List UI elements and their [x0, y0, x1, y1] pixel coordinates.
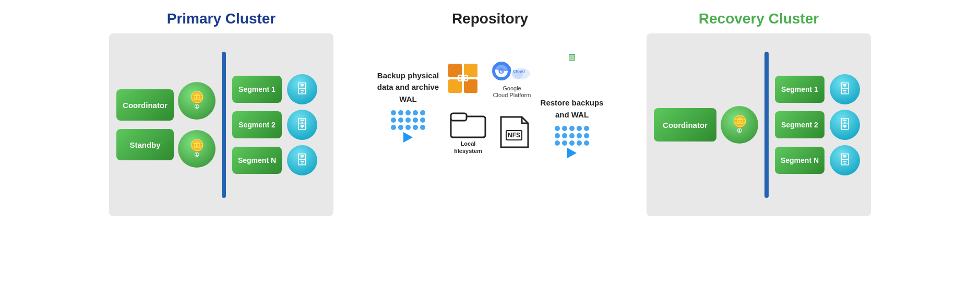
folder-svg — [450, 109, 486, 138]
recovery-segment-btn-n: Segment N — [775, 147, 824, 174]
dot — [577, 126, 582, 131]
primary-cluster-title: Primary Cluster — [167, 10, 276, 27]
svg-rect-12 — [451, 113, 467, 121]
recovery-db-circle-n: 🗄 — [830, 145, 860, 175]
svg-text:G: G — [498, 67, 504, 75]
dot — [420, 110, 425, 115]
dot — [555, 126, 560, 131]
coin-icon-r: 🪙 — [733, 116, 747, 127]
repository-section: Repository Backup physical data and arch… — [344, 10, 636, 158]
dot — [584, 126, 589, 131]
storage-row-2: Localfilesystem NFS — [450, 109, 530, 155]
recovery-segment-row-n: Segment N 🗄 — [775, 145, 860, 175]
repository-title: Repository — [452, 10, 528, 27]
gcp-icon: G Cloud GoogleCloud Platform — [491, 58, 533, 99]
s3-svg: S3 — [447, 63, 479, 94]
primary-circles-col: 🪙 ① 🪙 ① — [178, 82, 216, 168]
recovery-db-circle-2: 🗄 — [830, 110, 860, 140]
dot — [562, 140, 567, 146]
local-filesystem-icon: Localfilesystem — [450, 109, 486, 155]
recovery-cluster-box: Coordinator 🪙 ① Segment 1 🗄 Se — [647, 33, 871, 216]
standby-circle: 🪙 ① — [178, 130, 216, 168]
dot — [413, 110, 418, 115]
main-layout: Primary Cluster Coordinator Standby 🪙 ① … — [0, 0, 980, 221]
dot — [577, 133, 582, 138]
recovery-cluster-title: Recovery Cluster — [699, 10, 819, 27]
restore-text: Restore backups and WAL — [538, 97, 606, 121]
dot — [391, 125, 396, 130]
recovery-segments-col: Segment 1 🗄 Segment 2 🗄 Segment N 🗄 — [775, 74, 860, 175]
nfs-icon: NFS — [499, 115, 530, 149]
restore-arrow — [555, 126, 589, 158]
dot — [405, 117, 411, 123]
folder-label: Localfilesystem — [454, 140, 482, 155]
recovery-db-icon-2: 🗄 — [839, 117, 851, 132]
primary-segments-col: Segment 1 🗄 Segment 2 🗄 Segment N 🗄 — [232, 74, 317, 175]
dot — [398, 117, 403, 123]
nfs-svg: NFS — [499, 115, 530, 149]
segment-btn-2: Segment 2 — [232, 111, 282, 138]
dot — [420, 125, 425, 130]
dot — [584, 140, 589, 146]
arrow-triangle-1 — [403, 132, 413, 143]
dot — [555, 133, 560, 138]
recovery-circles-col: 🪙 ① — [721, 106, 758, 144]
dot — [569, 133, 575, 138]
gcp-svg: G Cloud — [491, 58, 533, 84]
segment-btn-1: Segment 1 — [232, 76, 282, 103]
backup-arrow — [391, 110, 425, 143]
coordinator-circle: 🪙 ① — [178, 82, 216, 120]
dot — [398, 125, 403, 130]
repo-area: Backup physical data and archive WAL — [374, 54, 606, 158]
dot — [569, 140, 575, 146]
segment-row-2: Segment 2 🗄 — [232, 110, 317, 140]
dot — [555, 140, 560, 146]
db-circle-n: 🗄 — [287, 145, 317, 175]
dot — [413, 117, 418, 123]
dot — [398, 110, 403, 115]
arrow-triangle-2 — [567, 148, 577, 158]
storage-icons-col: S3 G Clo — [447, 58, 533, 155]
dot — [391, 117, 396, 123]
segment-btn-n: Segment N — [232, 147, 282, 174]
recovery-segment-row-2: Segment 2 🗄 — [775, 110, 860, 140]
dot — [584, 133, 589, 138]
dots-grid-1 — [391, 110, 425, 130]
recovery-db-icon-n: 🗄 — [839, 153, 851, 168]
dot — [569, 126, 575, 131]
dots-grid-2 — [555, 126, 589, 146]
recovery-segment-btn-1: Segment 1 — [775, 76, 824, 103]
dot — [420, 117, 425, 123]
dot — [562, 133, 567, 138]
recovery-db-circle-1: 🗄 — [830, 74, 860, 104]
recovery-coordinator-circle: 🪙 ① — [721, 106, 758, 144]
standby-btn: Standby — [116, 129, 174, 160]
dot — [391, 110, 396, 115]
segment-row-n: Segment N 🗄 — [232, 145, 317, 175]
recovery-blue-bar — [764, 52, 769, 198]
backup-text: Backup physical data and archive WAL — [374, 70, 442, 105]
restore-col: Restore backups and WAL — [538, 54, 606, 158]
coordinator-btn: Coordinator — [116, 89, 174, 121]
small-indicator — [569, 54, 575, 61]
recovery-cluster-section: Recovery Cluster Coordinator 🪙 ① Segment… — [647, 10, 871, 216]
db-icon-n: 🗄 — [296, 153, 308, 168]
dot — [577, 140, 582, 146]
backup-col: Backup physical data and archive WAL — [374, 70, 442, 143]
s3-icon: S3 — [447, 63, 479, 94]
recovery-segment-row-1: Segment 1 🗄 — [775, 74, 860, 104]
db-icon-1: 🗄 — [296, 82, 308, 97]
primary-cluster-box: Coordinator Standby 🪙 ① 🪙 ① Segment 1 — [109, 33, 333, 216]
dot — [405, 125, 411, 130]
db-circle-1: 🗄 — [287, 74, 317, 104]
segment-row-1: Segment 1 🗄 — [232, 74, 317, 104]
db-circle-2: 🗄 — [287, 110, 317, 140]
svg-text:S3: S3 — [457, 73, 469, 84]
db-icon-2: 🗄 — [296, 117, 308, 132]
svg-text:NFS: NFS — [508, 132, 520, 139]
gcp-label: GoogleCloud Platform — [493, 85, 531, 99]
coin-icon-1: 🪙 — [190, 92, 204, 103]
recovery-segment-btn-2: Segment 2 — [775, 111, 824, 138]
svg-text:Cloud: Cloud — [513, 69, 525, 74]
coin-icon-2: 🪙 — [190, 140, 204, 151]
